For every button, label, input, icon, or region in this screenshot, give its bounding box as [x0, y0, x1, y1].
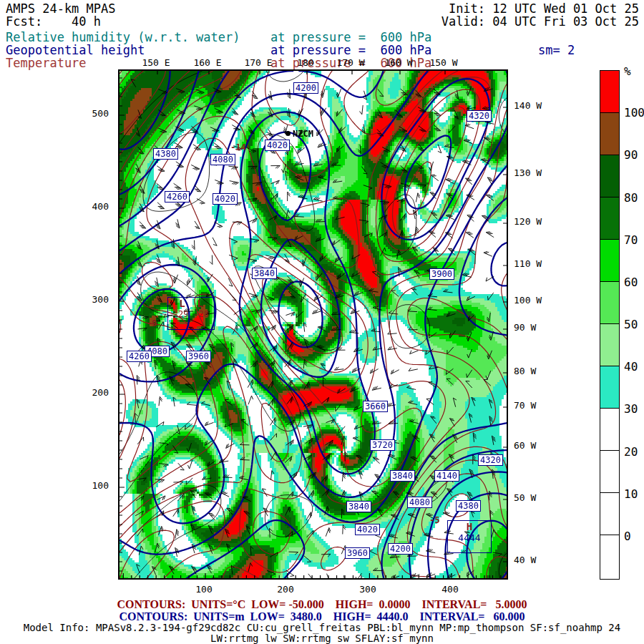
low-values: -29 -28	[168, 309, 214, 319]
right-axis-tick-label: 40 W	[514, 555, 536, 565]
temp-contour-label: -5	[429, 515, 439, 525]
colorbar-segment	[600, 409, 619, 451]
colorbar-tick-label: 80	[624, 191, 638, 205]
height-contour-label: 4140	[434, 470, 459, 482]
left-axis-tick-label: 100	[76, 480, 109, 491]
colorbar-segment	[600, 282, 619, 324]
height-contour-label: 3960	[186, 351, 211, 362]
top-axis-tick-label: 150 E	[142, 57, 170, 68]
contours-temp-line: CONTOURS: UNITS=°C LOW= -50.000 HIGH= 0.…	[0, 598, 644, 611]
height-contour-label: 3960	[345, 547, 370, 559]
model-title: AMPS 24-km MPAS	[6, 1, 116, 16]
top-axis-tick-label: 170 W	[336, 57, 364, 68]
top-axis-tick-label: 170 E	[244, 57, 272, 68]
right-axis-tick-label: 70 W	[514, 400, 536, 411]
station-label: NZCM	[293, 129, 313, 139]
colorbar-tick-label: 30	[624, 402, 638, 416]
station-dot	[286, 131, 291, 136]
height-contour-label: 4020	[213, 193, 238, 205]
bottom-axis-tick-label: 300	[359, 584, 376, 595]
height-contour-label: 3720	[370, 439, 395, 451]
forecast-hour: Fcst: 40 h	[6, 14, 101, 29]
colorbar-tick-label: 70	[624, 233, 638, 247]
height-contour-label: 4380	[456, 500, 481, 512]
smoothing-label: sm= 2	[538, 43, 575, 57]
right-axis-tick-label: 120 W	[514, 216, 542, 227]
colorbar-tick-label: 20	[624, 445, 638, 459]
temp-contour-label: -9	[147, 318, 157, 328]
high-center-box: H4444	[447, 520, 492, 553]
right-axis-tick-label: 50 W	[514, 492, 536, 503]
colorbar-segment	[600, 451, 619, 493]
colorbar-tick-label: 60	[624, 275, 638, 289]
height-contour-label: 4080	[210, 154, 235, 165]
left-axis-tick-label: 200	[76, 387, 109, 398]
physics-line: LW:rrtmg_lw SW:rrtmg_sw SFLAY:sf_mynn	[0, 633, 644, 644]
height-contour-label: 4320	[467, 110, 492, 122]
height-contour-label: 4260	[165, 191, 190, 203]
map-plot: 4200432040204380408042604020384039004080…	[118, 69, 508, 580]
right-axis-tick-label: 100 W	[514, 295, 542, 306]
colorbar-segment	[600, 240, 619, 282]
colorbar-segment	[600, 71, 619, 113]
height-contour-label: 4380	[153, 148, 178, 160]
height-contour-label: 4200	[293, 82, 318, 94]
height-contour-label: 3840	[346, 501, 371, 512]
low-letters: L L	[168, 298, 214, 309]
height-contour-label: 4020	[265, 140, 290, 151]
weather-chart-page: AMPS 24-km MPAS Init: 12 UTC Wed 01 Oct …	[0, 0, 644, 644]
model-info-line: Model Info: MPASv8.2.3-194-gf29cd82c CU:…	[0, 622, 644, 633]
init-time: Init: 12 UTC Wed 01 Oct 25	[449, 1, 639, 16]
colorbar-segment	[600, 366, 619, 409]
height-contour-label: 4080	[407, 497, 432, 508]
right-axis-tick-label: 140 W	[514, 100, 542, 111]
height-contour-label: 4020	[355, 524, 380, 535]
colorbar-segment	[600, 324, 619, 366]
colorbar-tick-label: 10	[624, 487, 638, 501]
colorbar-segment	[600, 155, 619, 197]
bottom-axis-tick-label: 200	[277, 584, 293, 595]
height-contour-label: 3660	[363, 401, 388, 412]
right-axis-tick-label: 130 W	[514, 167, 542, 178]
temp-contour-label: -14	[230, 142, 246, 152]
height-contour-label: 4200	[388, 543, 413, 555]
height-contour-label: 4260	[127, 351, 152, 362]
height-contour-label: 4320	[478, 454, 503, 466]
left-axis-tick-label: 300	[76, 294, 109, 305]
colorbar-unit: %	[624, 64, 631, 78]
colorbar-tick-label: 40	[624, 360, 638, 374]
colorbar	[600, 70, 620, 580]
colorbar-segment	[600, 197, 619, 240]
right-axis-tick-label: 60 W	[514, 440, 536, 451]
colorbar-segment	[600, 113, 619, 155]
right-axis-tick-label: 80 W	[514, 366, 536, 376]
legend-rh-label: Relative humidity (w.r.t. water)	[6, 30, 240, 44]
bottom-axis-tick-label: 100	[195, 584, 212, 595]
height-contour-label: 3900	[429, 268, 454, 280]
height-contour-label: 3840	[390, 470, 415, 482]
right-axis-tick-label: 110 W	[514, 258, 542, 269]
right-axis-tick-label: 90 W	[514, 322, 536, 333]
map-overlays: 4200432040204380408042604020384039004080…	[119, 71, 507, 578]
top-axis-tick-label: 180	[297, 57, 313, 68]
colorbar-tick-label: 50	[624, 318, 638, 331]
colorbar-tick-label: 100	[624, 106, 644, 119]
colorbar-tick-label: 90	[624, 148, 638, 162]
colorbar-tick-label: 0	[624, 530, 631, 543]
legend-height-label: Geopotential height	[6, 43, 145, 57]
left-axis-tick-label: 500	[76, 108, 109, 119]
left-axis-tick-label: 400	[76, 201, 109, 212]
high-value: 4444	[448, 532, 491, 543]
colorbar-segment	[600, 535, 619, 577]
top-axis-tick-label: 160 E	[193, 57, 221, 68]
bottom-axis-tick-label: 400	[441, 584, 458, 595]
legend-rh-level: at pressure = 600 hPa	[270, 30, 431, 44]
legend-height-level: at pressure = 600 hPa	[270, 43, 431, 57]
height-contour-label: 3840	[252, 268, 277, 279]
colorbar-segment	[600, 493, 619, 535]
low-center-box: L L-29 -28	[167, 297, 215, 330]
top-axis-tick-label: 150 W	[429, 57, 457, 68]
valid-time: Valid: 04 UTC Fri 03 Oct 25	[441, 14, 639, 29]
high-letter: H	[448, 521, 491, 532]
legend-temp-label: Temperature	[6, 56, 87, 70]
